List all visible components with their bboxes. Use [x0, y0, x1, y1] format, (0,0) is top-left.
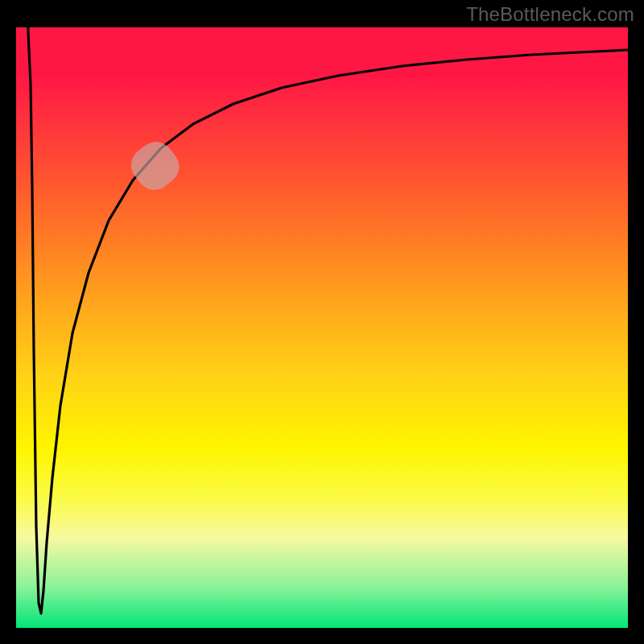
- highlight-marker: [124, 134, 186, 196]
- watermark-label: TheBottleneck.com: [466, 3, 634, 26]
- plot-area: [16, 27, 628, 628]
- main-curve: [28, 27, 628, 613]
- curve-svg: [16, 27, 628, 628]
- chart-frame: TheBottleneck.com: [0, 0, 644, 644]
